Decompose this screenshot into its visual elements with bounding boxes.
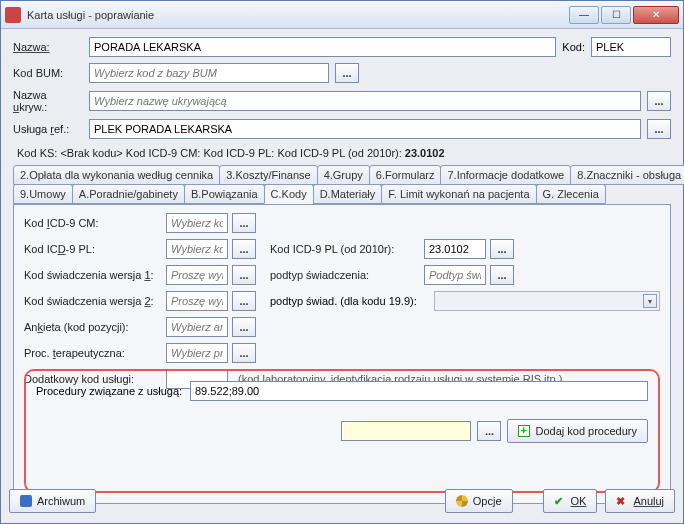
- sw1-browse-button[interactable]: ...: [232, 265, 256, 285]
- ankieta-input[interactable]: [166, 317, 228, 337]
- kody-panel: Kod ICD-9 CM: ... Kod ICD-9 PL: ... Kod …: [13, 204, 671, 504]
- podtyp199-label: podtyp świad. (dla kodu 19.9):: [270, 295, 430, 307]
- tab-koszty[interactable]: 3.Koszty/Finanse: [219, 165, 317, 185]
- uslref-input[interactable]: [89, 119, 641, 139]
- podtyp-label: podtyp świadczenia:: [270, 269, 420, 281]
- minimize-button[interactable]: —: [569, 6, 599, 24]
- nazwa-input[interactable]: [89, 37, 556, 57]
- add-proc-button[interactable]: Dodaj kod procedury: [507, 419, 648, 443]
- opcje-button[interactable]: Opcje: [445, 489, 513, 513]
- sw1-label: Kod świadczenia wersja 1:: [24, 269, 162, 281]
- procrel-label: Procedury związane z usługą:: [36, 385, 186, 397]
- icd9pl-label: Kod ICD-9 PL:: [24, 243, 162, 255]
- tab-informacje[interactable]: 7.Informacje dodatkowe: [440, 165, 571, 185]
- tab-materialy[interactable]: D.Materiały: [313, 184, 383, 204]
- tab-powiazania[interactable]: B.Powiązania: [184, 184, 265, 204]
- app-icon: [5, 7, 21, 23]
- tab-poradnie[interactable]: A.Poradnie/gabinety: [72, 184, 185, 204]
- window: Karta usługi - poprawianie — ☐ ✕ Nazwa: …: [0, 0, 684, 524]
- titlebar: Karta usługi - poprawianie — ☐ ✕: [1, 1, 683, 29]
- close-button[interactable]: ✕: [633, 6, 679, 24]
- tabs-row-1: 2.Opłata dla wykonania według cennika 3.…: [13, 165, 671, 185]
- podtyp-browse-button[interactable]: ...: [490, 265, 514, 285]
- window-title: Karta usługi - poprawianie: [27, 9, 569, 21]
- icd9pl-browse-button[interactable]: ...: [232, 239, 256, 259]
- check-icon: [554, 495, 566, 507]
- footer: Archiwum Opcje OK Anuluj: [9, 487, 675, 515]
- cancel-icon: [616, 495, 628, 507]
- ankieta-browse-button[interactable]: ...: [232, 317, 256, 337]
- sw2-input[interactable]: [166, 291, 228, 311]
- tab-umowy[interactable]: 9.Umowy: [13, 184, 73, 204]
- sw2-browse-button[interactable]: ...: [232, 291, 256, 311]
- ukryw-input[interactable]: [89, 91, 641, 111]
- kodbum-input[interactable]: [89, 63, 329, 83]
- plus-icon: [518, 425, 530, 437]
- nazwa-label: Nazwa:: [13, 41, 83, 53]
- proc-input[interactable]: [166, 343, 228, 363]
- add-proc-code-input[interactable]: [341, 421, 471, 441]
- tab-zlecenia[interactable]: G. Zlecenia: [536, 184, 606, 204]
- maximize-button[interactable]: ☐: [601, 6, 631, 24]
- procedures-highlight-box: Procedury związane z usługą: ... Dodaj k…: [24, 369, 660, 493]
- tab-oplata[interactable]: 2.Opłata dla wykonania według cennika: [13, 165, 220, 185]
- tab-kody[interactable]: C.Kody: [264, 184, 314, 204]
- icd9pl2010-label: Kod ICD-9 PL (od 2010r):: [270, 243, 420, 255]
- kod-summary-line: Kod KS: <Brak kodu> Kod ICD-9 CM: Kod IC…: [13, 145, 671, 165]
- podtyp199-combo[interactable]: ▾: [434, 291, 660, 311]
- icd9cm-label: Kod ICD-9 CM:: [24, 217, 162, 229]
- archiwum-button[interactable]: Archiwum: [9, 489, 96, 513]
- kod-input[interactable]: [591, 37, 671, 57]
- tab-znaczniki[interactable]: 8.Znaczniki - obsługa: [570, 165, 684, 185]
- kodbum-label: Kod BUM:: [13, 67, 83, 79]
- sw2-label: Kod świadczenia wersja 2:: [24, 295, 162, 307]
- proc-browse-button[interactable]: ...: [232, 343, 256, 363]
- add-proc-browse-button[interactable]: ...: [477, 421, 501, 441]
- podtyp-input[interactable]: [424, 265, 486, 285]
- proc-label: Proc. terapeutyczna:: [24, 347, 162, 359]
- ukryw-label: Nazwa ukryw.:: [13, 89, 83, 113]
- procrel-input[interactable]: [190, 381, 648, 401]
- icd9pl2010-browse-button[interactable]: ...: [490, 239, 514, 259]
- kod-label: Kod:: [562, 41, 585, 53]
- ukryw-browse-button[interactable]: ...: [647, 91, 671, 111]
- archive-icon: [20, 495, 32, 507]
- icd9pl2010-input[interactable]: [424, 239, 486, 259]
- tab-formularz[interactable]: 6.Formularz: [369, 165, 442, 185]
- gear-icon: [456, 495, 468, 507]
- tab-grupy[interactable]: 4.Grupy: [317, 165, 370, 185]
- anuluj-button[interactable]: Anuluj: [605, 489, 675, 513]
- uslref-browse-button[interactable]: ...: [647, 119, 671, 139]
- icd9cm-browse-button[interactable]: ...: [232, 213, 256, 233]
- icd9pl-input[interactable]: [166, 239, 228, 259]
- tab-limit[interactable]: F. Limit wykonań na pacjenta: [381, 184, 536, 204]
- kodbum-browse-button[interactable]: ...: [335, 63, 359, 83]
- sw1-input[interactable]: [166, 265, 228, 285]
- tabs-row-2: 9.Umowy A.Poradnie/gabinety B.Powiązania…: [13, 184, 671, 204]
- chevron-down-icon: ▾: [643, 294, 657, 308]
- ok-button[interactable]: OK: [543, 489, 598, 513]
- icd9cm-input[interactable]: [166, 213, 228, 233]
- uslref-label: Usługa ref.:: [13, 123, 83, 135]
- ankieta-label: Ankieta (kod pozycji):: [24, 321, 162, 333]
